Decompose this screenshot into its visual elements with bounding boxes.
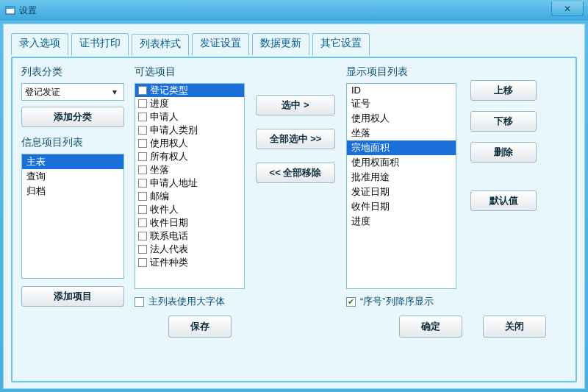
list-item[interactable]: 使用权人: [135, 137, 244, 150]
move-up-button[interactable]: 上移: [470, 80, 537, 101]
list-item[interactable]: 申请人类别: [135, 124, 244, 137]
big-font-label: 主列表使用大字体: [148, 295, 225, 308]
checkbox-icon: [138, 218, 147, 227]
checkbox-icon: ✔: [346, 297, 356, 307]
order-desc-label: “序号”列降序显示: [360, 295, 434, 308]
columns: 列表分类 登记发证 ▾ 添加分类 信息项目列表 主表 查询 归档 添加项目: [21, 65, 567, 308]
order-desc-checkbox-row[interactable]: ✔ “序号”列降序显示: [346, 295, 456, 308]
titlebar: 设置 ✕: [0, 0, 588, 21]
checkbox-icon: [138, 113, 147, 121]
tab-cert-print[interactable]: 证书打印: [71, 33, 129, 55]
checkbox-icon: [138, 99, 147, 108]
checkbox-icon: [135, 297, 144, 307]
available-listbox[interactable]: 登记类型 进度 申请人 申请人类别 使用权人 所有权人 坐落 申请人地址 邮编 …: [135, 83, 245, 289]
footer-buttons: 保存 确定 关闭: [21, 308, 567, 338]
list-style-panel: 列表分类 登记发证 ▾ 添加分类 信息项目列表 主表 查询 归档 添加项目: [11, 57, 577, 382]
ok-button[interactable]: 确定: [399, 316, 462, 338]
checkbox-icon: [138, 165, 147, 174]
list-item[interactable]: 邮编: [135, 190, 244, 203]
select-all-button[interactable]: 全部选中 >>: [256, 129, 335, 149]
app-icon: [4, 4, 16, 16]
add-item-button[interactable]: 添加项目: [21, 286, 124, 307]
category-combo[interactable]: 登记发证 ▾: [21, 83, 124, 101]
list-item[interactable]: 归档: [22, 184, 123, 199]
checkbox-icon: [138, 152, 147, 161]
checkbox-icon: [138, 245, 147, 254]
default-value-button[interactable]: 默认值: [470, 190, 537, 211]
tab-list-style[interactable]: 列表样式: [132, 34, 189, 56]
big-font-checkbox-row[interactable]: 主列表使用大字体: [135, 295, 245, 308]
client-area: 录入选项 证书打印 列表样式 发证设置 数据更新 其它设置 列表分类 登记发证 …: [3, 24, 585, 389]
combo-value: 登记发证: [25, 86, 60, 99]
list-item[interactable]: 使用权面积: [347, 155, 456, 170]
info-list-label: 信息项目列表: [21, 136, 124, 149]
list-item[interactable]: 申请人: [135, 110, 244, 124]
tab-other-settings[interactable]: 其它设置: [312, 33, 370, 55]
tab-issue-settings[interactable]: 发证设置: [192, 33, 249, 55]
tab-input-options[interactable]: 录入选项: [11, 33, 68, 55]
chevron-down-icon: ▾: [109, 87, 121, 97]
list-item[interactable]: 宗地面积: [347, 140, 456, 155]
list-item[interactable]: 所有权人: [135, 150, 244, 163]
checkbox-icon: [138, 205, 147, 214]
checkbox-icon: [138, 192, 147, 201]
list-item[interactable]: 批准用途: [347, 170, 456, 185]
col-available: 可选项目 登记类型 进度 申请人 申请人类别 使用权人 所有权人 坐落 申请人地…: [135, 65, 245, 308]
list-item[interactable]: 登记类型: [135, 84, 244, 97]
checkbox-icon: [138, 139, 147, 148]
move-down-button[interactable]: 下移: [470, 111, 537, 132]
col-display: 显示项目列表 ID 证号 使用权人 坐落 宗地面积 使用权面积 批准用途 发证日…: [346, 65, 456, 308]
list-item[interactable]: 发证日期: [347, 185, 456, 199]
list-item[interactable]: 证号: [347, 96, 456, 111]
svg-rect-1: [6, 7, 15, 9]
close-icon: ✕: [564, 4, 571, 14]
available-label: 可选项目: [135, 65, 245, 79]
list-item[interactable]: 法人代表: [135, 243, 244, 256]
close-button[interactable]: 关闭: [483, 316, 546, 338]
list-item[interactable]: 进度: [135, 97, 244, 110]
checkbox-icon: [138, 258, 147, 267]
list-item[interactable]: 查询: [22, 169, 123, 184]
save-button[interactable]: 保存: [168, 316, 232, 338]
list-item[interactable]: 申请人地址: [135, 177, 244, 190]
list-item[interactable]: 收件日期: [347, 199, 456, 214]
window-close-button[interactable]: ✕: [551, 1, 584, 16]
settings-window: 设置 ✕ 录入选项 证书打印 列表样式 发证设置 数据更新 其它设置 列表分类 …: [0, 0, 588, 392]
display-listbox[interactable]: ID 证号 使用权人 坐落 宗地面积 使用权面积 批准用途 发证日期 收件日期 …: [346, 83, 456, 289]
col-right-buttons: 上移 下移 删除 默认值: [467, 65, 540, 308]
remove-all-button[interactable]: << 全部移除: [256, 163, 335, 183]
tab-strip: 录入选项 证书打印 列表样式 发证设置 数据更新 其它设置: [11, 32, 577, 54]
list-item[interactable]: 联系电话: [135, 229, 244, 243]
list-item[interactable]: 进度: [347, 214, 456, 229]
select-button[interactable]: 选中 >: [256, 95, 335, 115]
list-item[interactable]: 收件日期: [135, 216, 244, 229]
category-label: 列表分类: [21, 65, 124, 79]
list-item[interactable]: 坐落: [135, 163, 244, 177]
list-item[interactable]: 使用权人: [347, 111, 456, 126]
delete-button[interactable]: 删除: [470, 142, 537, 163]
checkbox-icon: [138, 126, 147, 135]
tab-data-update[interactable]: 数据更新: [252, 33, 309, 55]
list-item[interactable]: ID: [347, 84, 456, 96]
checkbox-icon: [138, 86, 147, 95]
checkbox-icon: [138, 232, 147, 240]
info-item-listbox[interactable]: 主表 查询 归档: [21, 154, 124, 279]
checkbox-icon: [138, 179, 147, 188]
window-title: 设置: [19, 4, 37, 17]
col-left: 列表分类 登记发证 ▾ 添加分类 信息项目列表 主表 查询 归档 添加项目: [21, 65, 124, 308]
list-item[interactable]: 收件人: [135, 203, 244, 216]
col-mid-buttons: 选中 > 全部选中 >> << 全部移除: [255, 65, 336, 308]
list-item[interactable]: 坐落: [347, 126, 456, 140]
display-label: 显示项目列表: [346, 65, 456, 79]
list-item[interactable]: 证件种类: [135, 256, 244, 269]
add-category-button[interactable]: 添加分类: [21, 107, 124, 127]
list-item[interactable]: 主表: [22, 154, 123, 169]
